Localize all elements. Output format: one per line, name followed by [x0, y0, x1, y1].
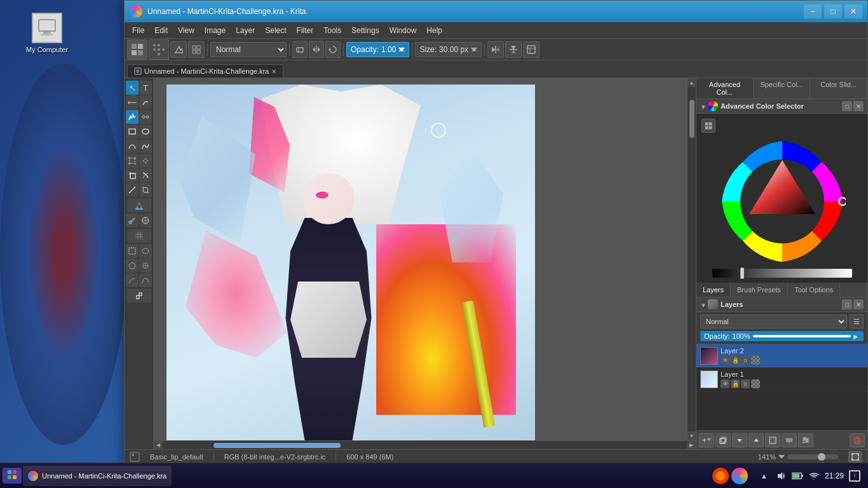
layers-blend-mode-select[interactable]: Normal Multiply Screen — [700, 315, 847, 329]
layer-item-1[interactable]: Layer 1 👁 🔒 α — [696, 368, 867, 391]
layer-item-2[interactable]: Layer 2 👁 🔒 α — [696, 344, 867, 368]
zoom-slider[interactable] — [787, 454, 838, 459]
tool-bezier-curve[interactable] — [126, 139, 139, 153]
tool-assistant[interactable] — [139, 183, 152, 197]
brush-pattern-btn[interactable] — [149, 39, 169, 60]
layer-up-btn[interactable] — [749, 433, 764, 447]
tool-smart-patch[interactable] — [139, 214, 152, 227]
layer-properties-btn[interactable] — [798, 433, 813, 447]
copy-layer-btn[interactable] — [715, 433, 731, 447]
opacity-control[interactable]: Opacity: 1.00 — [346, 42, 409, 57]
menu-settings[interactable]: Settings — [346, 25, 384, 36]
menu-window[interactable]: Window — [384, 25, 422, 36]
reset-btn[interactable] — [325, 41, 341, 58]
tool-dynamic-brush[interactable] — [139, 95, 152, 109]
layers-panel-close-btn[interactable]: ✕ — [853, 299, 864, 309]
system-clock[interactable]: 21:29 — [825, 471, 844, 480]
document-tab-main[interactable]: Unnamed - MartinCi-Krita-Challenge.kra ✕ — [127, 64, 283, 78]
menu-image[interactable]: Image — [200, 25, 231, 36]
layer-1-alpha-btn[interactable]: α — [741, 379, 750, 388]
vscroll-up-btn[interactable]: ▲ — [688, 78, 696, 87]
color-wheel-svg[interactable] — [719, 138, 846, 265]
value-gradient-bar[interactable] — [712, 269, 852, 278]
tool-ellipse[interactable] — [139, 125, 152, 139]
tool-transform[interactable] — [126, 154, 139, 168]
tool-rect-select[interactable] — [126, 244, 139, 258]
brush-grid-btn[interactable] — [188, 41, 205, 58]
color-wheel-settings-btn[interactable] — [702, 119, 715, 133]
tool-select-shapes[interactable]: ↖ — [126, 81, 139, 95]
panel-collapse-btn[interactable]: ▼ — [700, 104, 705, 109]
layers-opacity-row[interactable]: Opacity: 100% ▶ — [700, 331, 864, 341]
tool-color-sampler[interactable] — [126, 214, 139, 227]
tool-ellipse-select[interactable] — [139, 244, 152, 258]
tab-color-slider[interactable]: Color Slid... — [810, 78, 867, 98]
layers-opacity-expand-btn[interactable]: ▶ — [853, 333, 860, 340]
layers-collapse-btn[interactable]: ▼ — [700, 302, 705, 307]
menu-select[interactable]: Select — [260, 25, 291, 36]
taskbar-krita-app[interactable]: Unnamed - MartinCi-Krita-Challenge.kra — [23, 466, 172, 486]
brush-select-btn[interactable] — [170, 41, 187, 58]
doc-tab-close-btn[interactable]: ✕ — [271, 68, 276, 75]
network-wifi-icon[interactable] — [808, 470, 820, 482]
minimize-button[interactable]: − — [804, 4, 822, 18]
value-slider-thumb[interactable] — [740, 268, 744, 279]
panel-toggle-btn[interactable] — [523, 41, 539, 58]
tool-fill[interactable] — [127, 198, 151, 212]
menu-file[interactable]: File — [127, 25, 149, 36]
tool-polygon-select[interactable] — [126, 259, 139, 273]
tool-grid[interactable] — [127, 229, 151, 243]
layers-panel-float-btn[interactable]: □ — [842, 299, 852, 309]
layer-1-visibility-btn[interactable]: 👁 — [721, 379, 729, 388]
tab-advanced-color[interactable]: Advanced Col... — [696, 78, 754, 98]
tool-multibrush[interactable] — [139, 110, 152, 124]
tab-brush-presets[interactable]: Brush Presets — [731, 283, 788, 297]
hscroll-thumb[interactable] — [214, 443, 341, 448]
erase-btn[interactable] — [292, 41, 308, 58]
color-panel-close-btn[interactable]: ✕ — [853, 101, 864, 111]
tool-calligraphy[interactable]: ⟵ — [126, 95, 139, 109]
tool-contiguous-select[interactable] — [139, 259, 152, 273]
notification-center-btn[interactable]: ! — [849, 470, 860, 482]
volume-icon[interactable] — [775, 470, 787, 482]
add-layer-btn[interactable]: + — [699, 433, 714, 447]
hscroll-right-btn[interactable]: ▶ — [687, 441, 696, 450]
zoom-thumb[interactable] — [818, 453, 825, 461]
vscroll-down-btn[interactable]: ▼ — [688, 431, 696, 440]
layer-1-lock-btn[interactable]: 🔒 — [731, 379, 740, 388]
tool-rect[interactable] — [126, 125, 139, 139]
canvas-container[interactable]: ▲ ▼ — [154, 78, 696, 440]
menu-filter[interactable]: Filter — [292, 25, 319, 36]
vscroll-thumb[interactable] — [689, 100, 695, 138]
tool-bezier-select[interactable] — [139, 273, 152, 287]
close-button[interactable]: ✕ — [844, 4, 862, 18]
taskbar-app2-btn[interactable] — [731, 468, 748, 484]
tab-specific-color[interactable]: Specific Col... — [754, 78, 811, 98]
layers-menu-btn[interactable]: ☰ — [850, 315, 864, 329]
size-control[interactable]: Size: 30.00 px — [415, 42, 482, 57]
mirror-v-btn[interactable] — [505, 41, 522, 58]
tool-freehand-brush[interactable] — [126, 110, 139, 124]
delete-layer-btn[interactable] — [850, 433, 865, 447]
menu-view[interactable]: View — [173, 25, 200, 36]
blend-mode-select[interactable]: Normal Multiply Screen Overlay Darken Li… — [210, 42, 287, 57]
hide-taskbar-icons-btn[interactable]: ▲ — [758, 471, 770, 481]
layer-down-btn[interactable] — [732, 433, 747, 447]
taskbar-start-btn[interactable] — [3, 468, 22, 484]
symmetry-btn[interactable] — [309, 41, 324, 58]
hscroll-left-btn[interactable]: ◀ — [154, 441, 163, 450]
menu-tools[interactable]: Tools — [318, 25, 346, 36]
maximize-button[interactable]: □ — [824, 4, 842, 18]
tool-move[interactable] — [139, 154, 152, 168]
brush-preview-btn[interactable] — [127, 39, 147, 60]
layer-2-alpha-btn[interactable]: α — [741, 356, 750, 365]
taskbar-firefox-btn[interactable] — [712, 468, 729, 484]
tab-layers[interactable]: Layers — [696, 283, 731, 297]
layer-to-image-btn[interactable] — [765, 433, 780, 447]
artwork-canvas[interactable] — [166, 85, 535, 440]
menu-help[interactable]: Help — [421, 25, 447, 36]
tab-tool-options[interactable]: Tool Options — [788, 283, 840, 297]
tool-freehand-path[interactable] — [139, 139, 152, 153]
flatten-layer-btn[interactable] — [782, 433, 797, 447]
fit-canvas-btn[interactable] — [848, 451, 862, 463]
